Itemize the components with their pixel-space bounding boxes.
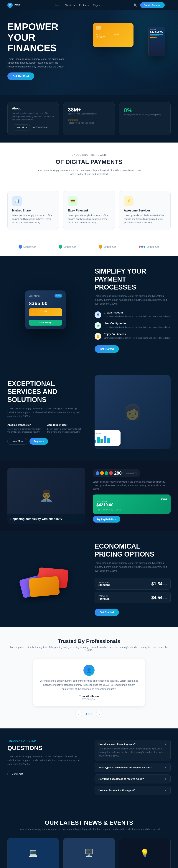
faq-item-1[interactable]: What types of businesses are eligible fo… [95, 763, 171, 772]
nav-about[interactable]: About Us [65, 4, 75, 6]
exc-feature-1: Zero Hidden Cost Lorem ipsum is simply d… [47, 424, 83, 434]
plan-info-1: PREMIUM Premium [99, 595, 110, 600]
learn-more-btn[interactable]: Learn More [7, 438, 27, 445]
faq-item-2[interactable]: How long does it take to receive funds? … [95, 774, 171, 783]
replacing-image: 👨‍💼 Replacing complexity with simplicity [7, 468, 85, 524]
faq-chevron-3: ▼ [165, 789, 167, 792]
nav-home[interactable]: Home [54, 4, 60, 6]
try-paypath-button[interactable]: Try PayPath Now [93, 516, 120, 523]
visa-label: Your Balance [97, 500, 167, 502]
news-title-area: OUR LATEST NEWS & EVENTS Lorem ipsum is … [7, 819, 171, 831]
testimonials-nav: ‹ › [7, 711, 171, 717]
service-card-0: 📊 Market Share Lorem ipsum is simply dum… [7, 191, 59, 230]
news-img-1: 🖥️ [63, 838, 114, 868]
about-card: About Lorem ipsum is simply dummy text o… [7, 102, 59, 135]
logo[interactable]: ⬡ Path [7, 3, 20, 8]
register-btn[interactable]: Register › [30, 438, 48, 445]
service-desc-2: Lorem ipsum is simply dummy text of the … [124, 214, 166, 224]
logo-dots-3 [139, 246, 145, 248]
card-mini-number: **** **** **** 4521 [31, 310, 60, 312]
service-title-0: Market Share [12, 209, 54, 212]
testimonials-desc: Lorem ipsum is simply dummy text of the … [7, 646, 171, 651]
get-card-button[interactable]: Get The Card [7, 72, 34, 80]
service-icon-0: 📊 [12, 196, 22, 206]
get-started-button[interactable]: Get Started [95, 345, 119, 353]
plan-label-0: STANDARD [99, 581, 110, 584]
logo-dot-2 [99, 245, 102, 249]
faq-section: FREQUENTLY ASKED QUESTIONS Lorem ipsum i… [0, 728, 178, 808]
faq-chevron-1: ▼ [165, 766, 167, 769]
stats-section: About Lorem ipsum is simply dummy text o… [0, 95, 178, 143]
feature-item-2: 🔓 Enjoy Full Access Lorem ipsum is simpl… [95, 333, 171, 340]
feature-desc-2: Lorem ipsum is simply dummy text of the … [104, 336, 171, 340]
logo-2: Logoipsum [99, 245, 116, 249]
exceptional-content: EXCEPTIONAL SERVICES AND SOLUTIONS Lorem… [7, 380, 83, 445]
send-money-button[interactable]: Send Money [29, 320, 62, 326]
stat-label-2: Zero payment fee for the first year supp… [124, 114, 166, 116]
watch-video-button[interactable]: ▶ Watch Video [33, 126, 48, 129]
price-plan-0[interactable]: STANDARD Standard $1.54 /mo [95, 578, 171, 590]
pricing-get-started-button[interactable]: Get Started [95, 609, 119, 616]
bar-1 [95, 440, 97, 443]
logo-3: Logoipsum [139, 245, 159, 248]
faq-list: How does microfinancing work? ▲ Lorem ip… [95, 740, 171, 797]
integrations-count: 280+ [114, 470, 124, 476]
feature-content-0: Create Account Lorem ipsum is simply dum… [104, 311, 171, 318]
pricing-visual [7, 553, 83, 605]
service-icon-1: 💳 [68, 196, 77, 206]
faq-chevron-0: ▲ [165, 743, 167, 745]
service-desc-1: Lorem ipsum is simply dummy text of the … [68, 214, 110, 224]
next-testimonial-button[interactable]: › [96, 711, 103, 717]
nav-links: Home About Us Features Pages [54, 4, 100, 6]
plan-price-0: $1.54 /mo [151, 581, 167, 586]
phone-bar-2 [150, 35, 159, 36]
pricing-title: ECONOMICAL PRICING OPTIONS [95, 542, 171, 558]
exceptional-desc: Lorem ipsum is simply dummy text of the … [7, 407, 83, 418]
plan-period-1: /mo [163, 597, 167, 599]
pricing-cards [7, 553, 83, 605]
send-button-demo[interactable]: Send [55, 294, 62, 298]
digital-payments-desc: Lorem ipsum is simply dummy text of the … [33, 168, 145, 176]
digital-payments-section: UNLOCKING THE POWER OF DIGITAL PAYMENTS … [0, 143, 178, 191]
nav-pages[interactable]: Pages [93, 4, 100, 6]
prev-testimonial-button[interactable]: ‹ [75, 711, 82, 717]
phone-mockup: Balance $13,500.00 [148, 27, 165, 56]
feature-item-1: ⚙️ User Configuration Lorem ipsum is sim… [95, 322, 171, 329]
search-icon[interactable]: 🔍 [134, 3, 137, 7]
plan-name-1: Premium [99, 597, 110, 600]
news-grid: 💻 Finance Choosing a Payment Gateway: Ke… [7, 838, 171, 868]
phone-demo-header: Send Money Send [29, 294, 62, 298]
visa-balance: $4210.00 [97, 502, 167, 507]
about-desc: Lorem ipsum is simply dummy text of the … [12, 112, 54, 122]
feature-icon-1: ⚙️ [95, 322, 101, 329]
int-icon-0 [96, 471, 99, 475]
service-title-1: Easy Payment [68, 209, 110, 212]
dot-2[interactable] [91, 713, 92, 715]
logo-1: Logoipsum [59, 245, 76, 249]
replacing-content: 280+ Integrations Lorem ipsum is simply … [93, 469, 171, 523]
learn-more-button[interactable]: Learn More [12, 124, 30, 130]
faq-item-0[interactable]: How does microfinancing work? ▲ Lorem ip… [95, 740, 171, 761]
pricing-card-yellow [29, 576, 60, 597]
service-card-2: ⚡ Awesome Services Lorem ipsum is simply… [119, 191, 171, 230]
exceptional-title: EXCEPTIONAL SERVICES AND SOLUTIONS [7, 380, 83, 404]
create-account-button[interactable]: Create Account [140, 2, 165, 8]
service-title-2: Awesome Services [124, 209, 166, 212]
dot-1[interactable] [88, 713, 90, 715]
faq-item-3[interactable]: How can I contact with support? ▼ [95, 786, 171, 795]
testimonial-name: Tom Middleton [39, 695, 139, 698]
dot-0[interactable] [86, 713, 87, 715]
price-plan-1[interactable]: PREMIUM Premium $4.54 /mo [95, 592, 171, 603]
menu-icon[interactable]: ☰ [168, 3, 171, 7]
testimonials-section: Trusted By Professionals Lorem ipsum is … [0, 627, 178, 728]
more-faqs-button[interactable]: More FAQs [7, 771, 27, 777]
nav-features[interactable]: Features [79, 4, 88, 6]
hero-title: EMPOWER YOUR FINANCES [7, 22, 67, 54]
about-title: About [12, 107, 54, 110]
simplify-visual: Send Money Send $365.00 **** **** **** 4… [7, 290, 83, 329]
service-desc-0: Lorem ipsum is simply dummy text of the … [12, 214, 54, 224]
service-card-1: 💳 Easy Payment Lorem ipsum is simply dum… [63, 191, 115, 230]
news-img-2: 💡 [119, 838, 170, 868]
hero-visual: 4521 **** **** 7890 JOHN DOE Balance $13… [93, 23, 171, 79]
testimonial-dots [86, 713, 92, 715]
